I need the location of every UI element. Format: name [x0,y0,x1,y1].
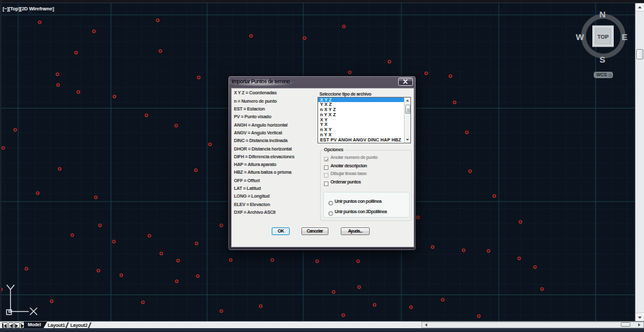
svg-text:N: N [599,10,606,19]
svg-text:TOP: TOP [598,34,609,40]
svg-text:W: W [576,32,584,42]
svg-text:S: S [599,55,605,65]
svg-text:E: E [621,32,627,42]
